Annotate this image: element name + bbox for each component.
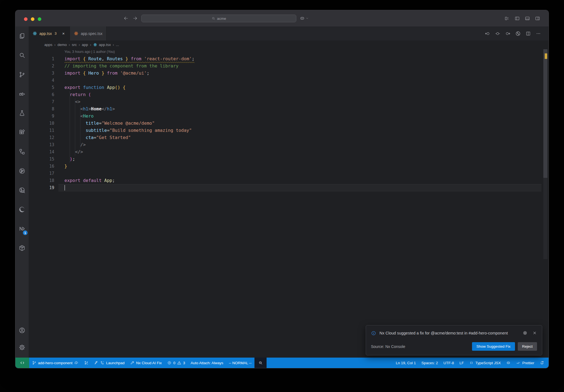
status-git-branch[interactable]: add-hero-component (29, 358, 81, 368)
status-gitlens-graph[interactable] (81, 358, 91, 368)
commit-graph-icon (515, 31, 521, 36)
code-line-19[interactable]: 19 (29, 184, 549, 191)
code-line-12[interactable]: 12 cta="Get Started" (29, 134, 549, 141)
activity-item-gitlens[interactable] (15, 161, 29, 181)
arrow-right-button[interactable] (132, 16, 138, 21)
tab-close-button[interactable]: × (61, 31, 66, 36)
line-number: 10 (29, 120, 54, 127)
gear-icon (18, 344, 26, 351)
code-line-2[interactable]: 2// importing the component from the lib… (29, 62, 549, 70)
command-center-search[interactable]: acme (141, 15, 296, 22)
code-line-16[interactable]: 16} (29, 163, 549, 170)
status-indentation[interactable]: Spaces: 2 (419, 358, 441, 368)
activity-item-search[interactable] (15, 46, 29, 65)
status-remote-indicator[interactable] (15, 358, 29, 368)
code-line-15[interactable]: 15 ); (29, 156, 549, 163)
show-suggested-fix-button[interactable]: Show Suggested Fix (472, 342, 515, 351)
status-encoding[interactable]: UTF-8 (441, 358, 457, 368)
breadcrumb: apps›demo›src›app›app.tsx›... (29, 40, 549, 49)
status-prettier[interactable]: Prettier (513, 358, 537, 368)
close-window-button[interactable] (24, 17, 28, 21)
status-eol[interactable]: LF (457, 358, 467, 368)
activity-item-edge-devtools[interactable] (15, 200, 29, 219)
line-number: 16 (29, 163, 54, 170)
status-launchpad[interactable]: Launchpad (91, 358, 127, 368)
line-number: 14 (29, 148, 54, 156)
layout-panel-button[interactable] (525, 16, 530, 21)
status-copilot-status[interactable] (503, 358, 513, 368)
scrollbar-thumb[interactable] (543, 49, 547, 178)
commit-graph-button[interactable] (515, 31, 521, 36)
prev-change-button[interactable] (485, 31, 490, 36)
breadcrumb-item[interactable]: demo (58, 43, 67, 47)
code-line-4[interactable]: 4 (29, 77, 549, 84)
breadcrumb-item[interactable]: src (72, 43, 77, 47)
status-zoom-indicator[interactable] (254, 358, 267, 368)
code-line-10[interactable]: 10 title="Welcmoe @acme/demo" (29, 120, 549, 127)
code-line-13[interactable]: 13 /> (29, 141, 549, 148)
remote-icon (20, 361, 25, 365)
status-notifications-bell[interactable] (537, 358, 547, 368)
branch-slash-icon (100, 361, 104, 365)
layout-sidebar-left-button[interactable] (514, 16, 520, 21)
code-line-11[interactable]: 11 subtitle="Build something amazing tod… (29, 127, 549, 134)
minimize-window-button[interactable] (31, 17, 34, 21)
tab-app.tsx[interactable]: app.tsx3× (29, 26, 70, 40)
code-line-8[interactable]: 8 <h1>Home</h1> (29, 105, 549, 113)
notification-settings-button[interactable] (523, 331, 527, 335)
tab-app.spec.tsx[interactable]: app.spec.tsx (70, 26, 107, 40)
breadcrumb-separator: › (90, 43, 91, 47)
gitlens-status-icon (84, 361, 88, 365)
double-check-icon (516, 361, 520, 365)
layout-sidebar-right-button[interactable] (535, 16, 540, 21)
breadcrumb-item[interactable]: apps (44, 43, 52, 47)
zoom-out-icon (258, 361, 263, 365)
code-line-5[interactable]: 5export function App() { (29, 84, 549, 91)
activity-item-explorer[interactable] (15, 26, 29, 46)
activity-item-extensions[interactable] (15, 123, 29, 142)
activity-item-nx-console[interactable]: 1 (15, 219, 29, 238)
copilot-menu[interactable] (300, 10, 309, 26)
status-vim-mode[interactable]: -- NORMAL -- (226, 358, 254, 368)
activity-item-containers[interactable] (15, 238, 29, 258)
breadcrumb-item[interactable]: app (82, 43, 88, 47)
code-line-1[interactable]: 1import { Route, Routes } from 'react-ro… (29, 55, 549, 62)
split-editor-button[interactable] (525, 31, 531, 36)
activity-item-settings[interactable] (15, 339, 29, 356)
titlebar: acme (15, 10, 549, 26)
breadcrumb-item[interactable]: app.tsx (93, 43, 111, 47)
extensions-icon (18, 129, 26, 136)
status-language-mode[interactable]: {}TypeScript JSX (467, 358, 503, 368)
status-auto-attach[interactable]: Auto Attach: Always (188, 358, 226, 368)
status-cursor-position[interactable]: Ln 19, Col 1 (393, 358, 419, 368)
status-problems[interactable]: 03 (164, 358, 188, 368)
reject-button[interactable]: Reject (518, 342, 537, 351)
code-line-14[interactable]: 14 </> (29, 148, 549, 156)
activity-item-gitlens-inspect[interactable] (15, 181, 29, 200)
arrow-left-button[interactable] (123, 16, 129, 21)
breadcrumb-separator: › (113, 43, 114, 47)
code-line-6[interactable]: 6 return ( (29, 91, 549, 98)
next-change-icon (505, 31, 511, 36)
code-line-18[interactable]: 18export default App; (29, 177, 549, 184)
notification-source: Source: Nx Console (371, 344, 405, 349)
notification-close-button[interactable] (532, 331, 537, 335)
more-actions-button[interactable] (536, 31, 541, 36)
status-nx-cloud-ai-fix[interactable]: Nx Cloud AI Fix (127, 358, 164, 368)
layout-customize-button[interactable] (504, 16, 510, 21)
zoom-window-button[interactable] (38, 17, 41, 21)
next-change-button[interactable] (505, 31, 511, 36)
code-line-9[interactable]: 9 <Hero (29, 113, 549, 120)
activity-item-source-control[interactable] (15, 65, 29, 84)
code-line-7[interactable]: 7 <> (29, 98, 549, 105)
code-line-3[interactable]: 3import { Hero } from '@acme/ui'; (29, 70, 549, 77)
changes-button[interactable] (495, 31, 500, 36)
activity-item-run-debug[interactable] (15, 84, 29, 104)
code-editor[interactable]: You, 3 hours ago | 1 author (You) 1impor… (29, 49, 549, 358)
breadcrumb-item[interactable]: ... (116, 43, 119, 47)
code-line-17[interactable]: 17 (29, 170, 549, 177)
activity-item-accounts[interactable] (15, 322, 29, 339)
layout-sidebar-right-icon (535, 16, 540, 21)
activity-item-hierarchy[interactable] (15, 142, 29, 161)
activity-item-testing[interactable] (15, 104, 29, 123)
